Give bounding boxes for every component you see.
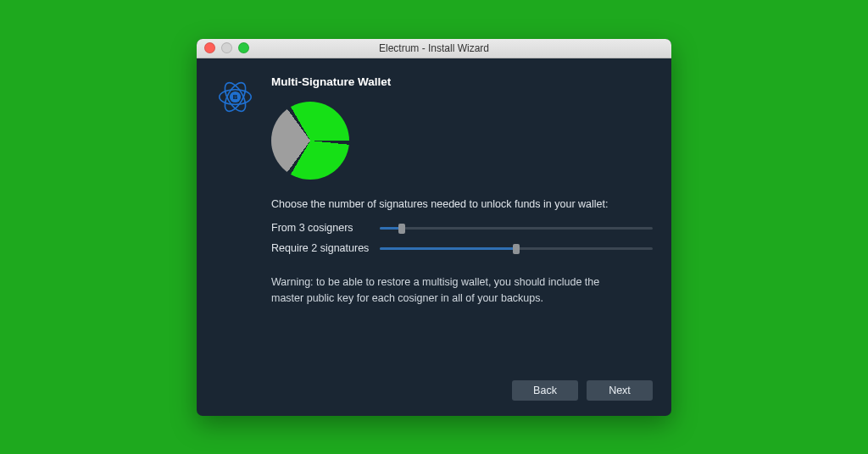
window-title: Electrum - Install Wizard [197, 42, 671, 54]
signatures-label: Require 2 signatures [271, 241, 380, 256]
cosigners-slider[interactable] [380, 222, 653, 234]
install-wizard-window: Electrum - Install Wizard B Multi-Signat… [197, 39, 671, 416]
back-button[interactable]: Back [512, 380, 578, 401]
electrum-logo-icon: B [212, 74, 259, 120]
slider-thumb-icon[interactable] [398, 224, 405, 234]
next-button[interactable]: Next [587, 380, 653, 401]
signatures-row: Require 2 signatures [271, 241, 653, 256]
wizard-footer: Back Next [197, 380, 671, 416]
wizard-content: Multi-Signature Wallet Choose the number… [271, 74, 653, 368]
multisig-pie-chart [271, 102, 349, 180]
page-heading: Multi-Signature Wallet [271, 74, 653, 91]
instruction-text: Choose the number of signatures needed t… [271, 197, 653, 212]
slider-thumb-icon[interactable] [513, 244, 520, 254]
cosigners-label: From 3 cosigners [271, 220, 380, 235]
warning-text: Warning: to be able to restore a multisi… [271, 274, 627, 305]
svg-text:B: B [233, 93, 238, 101]
titlebar: Electrum - Install Wizard [197, 39, 671, 58]
cosigners-row: From 3 cosigners [271, 220, 653, 235]
signatures-slider[interactable] [380, 242, 653, 254]
